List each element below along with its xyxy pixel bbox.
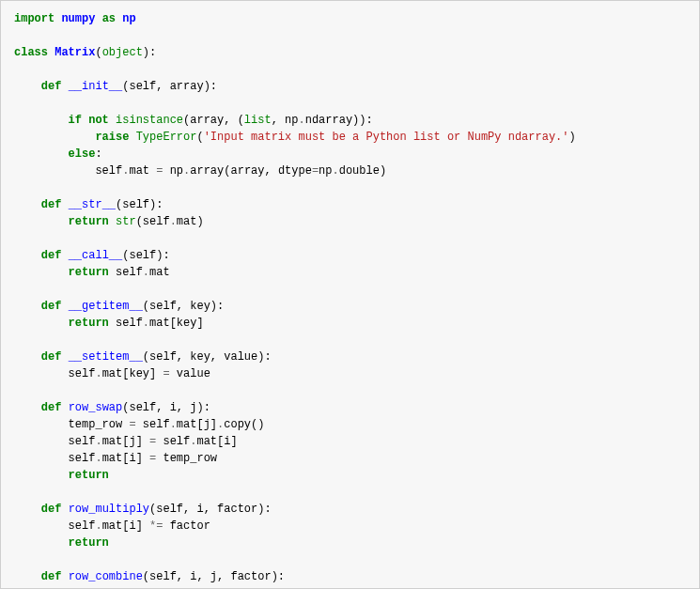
args: (array, dtype: [224, 164, 312, 178]
keyword-return: return: [69, 215, 109, 228]
keyword-def: def: [41, 249, 62, 262]
keyword-as: as: [102, 12, 116, 25]
params: (self, array):: [122, 80, 217, 93]
keyword-def: def: [41, 80, 62, 93]
params: (self, key, value):: [143, 350, 272, 364]
args: (array, (: [183, 114, 244, 127]
self: self: [109, 266, 143, 279]
keyword-def: def: [41, 401, 62, 414]
close: ): [380, 164, 386, 178]
code-content: import numpy as np class Matrix(object):…: [14, 10, 686, 589]
keyword-raise: raise: [95, 131, 129, 144]
attr-mat: mat: [149, 266, 170, 279]
self: self: [95, 164, 122, 178]
txt: temp_row: [69, 418, 130, 431]
attr-mat: mat: [129, 164, 156, 178]
op-dot: .: [143, 266, 149, 279]
keyword-def: def: [41, 350, 62, 364]
close: )):: [352, 114, 373, 127]
keyword-not: not: [88, 114, 109, 127]
paren: (: [95, 46, 101, 59]
val: value: [170, 367, 210, 380]
self: self: [69, 367, 96, 380]
keyword-import: import: [14, 12, 54, 25]
txt: np: [319, 164, 332, 178]
self: self: [69, 519, 96, 533]
op-dot: .: [95, 435, 101, 448]
module-numpy: numpy: [61, 12, 95, 25]
builtin-list: list: [244, 114, 272, 127]
attr-ndarray: ndarray: [305, 114, 352, 127]
keyword-def: def: [41, 503, 62, 516]
op-dot: .: [95, 452, 101, 465]
self: self: [69, 435, 96, 448]
exception-typeerror: TypeError: [136, 131, 197, 144]
method-row-swap: row_swap: [69, 401, 123, 414]
params: (self, i, factor):: [149, 503, 272, 516]
paren: (: [196, 131, 203, 144]
method-setitem: __setitem__: [69, 350, 143, 364]
attr: mat[i]: [196, 435, 237, 448]
self: self: [109, 317, 143, 330]
op-dot: .: [143, 317, 149, 330]
paren: ): [569, 131, 576, 144]
txt: , np: [272, 114, 299, 127]
self: self: [156, 435, 190, 448]
paren: (self: [136, 215, 170, 228]
attr-mat: mat[key]: [102, 367, 163, 380]
fn-array: array: [190, 164, 224, 178]
txt: self: [136, 418, 170, 431]
op-dot: .: [95, 519, 101, 533]
method-row-multiply: row_multiply: [69, 503, 149, 516]
keyword-else: else: [69, 147, 96, 161]
dtype: double: [339, 164, 380, 178]
paren-close: ):: [143, 46, 156, 59]
op-assign: =: [163, 367, 169, 380]
paren: ): [196, 215, 203, 228]
attr-mat: mat[key]: [149, 317, 204, 330]
self: self: [69, 452, 96, 465]
keyword-def: def: [41, 198, 62, 211]
keyword-return: return: [69, 536, 109, 550]
method-call: __call__: [69, 249, 123, 262]
op-mul-assign: *=: [149, 519, 163, 533]
keyword-return: return: [69, 317, 109, 330]
method-row-combine: row_combine: [69, 570, 143, 583]
keyword-def: def: [41, 570, 62, 583]
params: (self, key):: [143, 300, 224, 313]
keyword-class: class: [14, 46, 48, 59]
op-dot: .: [95, 367, 101, 380]
op-dot: .: [298, 114, 304, 127]
class-name: Matrix: [54, 46, 95, 59]
attr: mat[j]: [102, 435, 149, 448]
op-dot: .: [170, 418, 177, 431]
paren: (): [251, 418, 264, 431]
method-getitem: __getitem__: [69, 300, 143, 313]
builtin-str: str: [116, 215, 136, 228]
params: (self, i, j):: [122, 401, 210, 414]
attr: mat[i]: [102, 519, 149, 533]
params: (self):: [116, 198, 163, 211]
attr-mat: mat: [177, 215, 197, 228]
keyword-return: return: [69, 266, 109, 279]
fn-copy: copy: [224, 418, 251, 431]
txt: temp_row: [156, 452, 217, 465]
code-block: import numpy as np class Matrix(object):…: [0, 0, 700, 589]
builtin-isinstance: isinstance: [116, 114, 183, 127]
txt: np: [163, 164, 183, 178]
params: (self, i, j, factor):: [143, 570, 285, 583]
keyword-return: return: [69, 469, 109, 482]
op-dot: .: [170, 215, 177, 228]
base-object: object: [102, 46, 143, 59]
op-dot: .: [333, 164, 339, 178]
attr: mat[j]: [177, 418, 217, 431]
txt: factor: [163, 519, 210, 533]
colon: :: [95, 147, 101, 161]
keyword-def: def: [41, 300, 62, 313]
method-str: __str__: [69, 198, 116, 211]
keyword-if: if: [69, 114, 82, 127]
op-assign: =: [129, 418, 135, 431]
attr: mat[i]: [102, 452, 149, 465]
method-init: __init__: [69, 80, 123, 93]
params: (self):: [122, 249, 169, 262]
